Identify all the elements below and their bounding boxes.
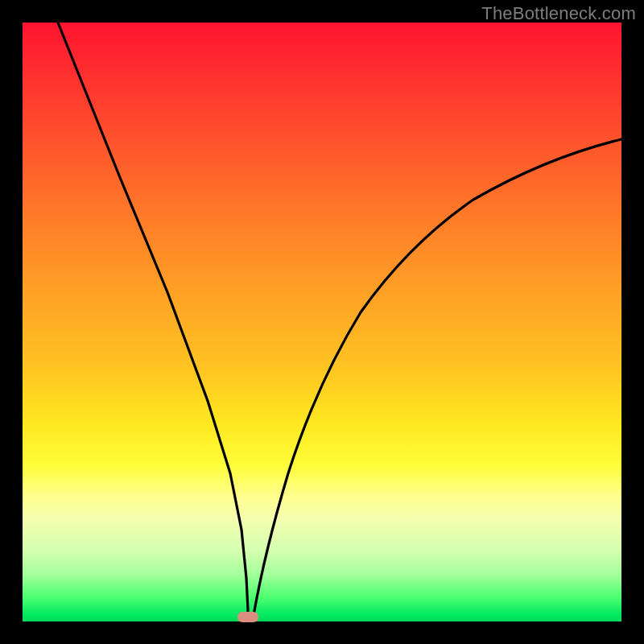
bottleneck-curve: [23, 23, 621, 621]
chart-plot-area: [23, 23, 621, 621]
chart-frame: TheBottleneck.com: [0, 0, 644, 644]
watermark-text: TheBottleneck.com: [481, 3, 636, 24]
curve-right-branch: [253, 139, 621, 620]
curve-left-branch: [58, 23, 248, 620]
minimum-marker: [237, 612, 258, 622]
